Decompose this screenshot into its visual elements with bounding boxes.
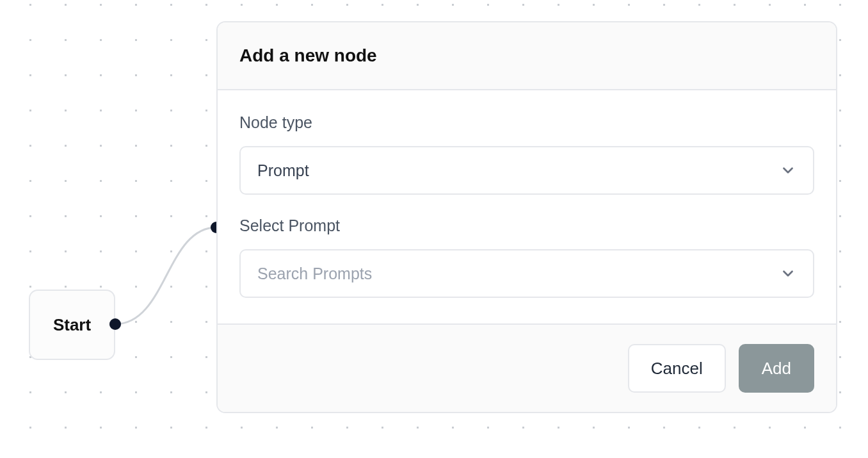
start-node[interactable]: Start xyxy=(29,290,115,360)
node-type-select[interactable]: Prompt xyxy=(239,146,814,195)
node-type-value: Prompt xyxy=(257,161,309,180)
add-button[interactable]: Add xyxy=(739,344,814,393)
panel-body: Node type Prompt Select Prompt Search Pr… xyxy=(218,90,836,323)
start-node-label: Start xyxy=(53,315,91,335)
add-node-panel: Add a new node Node type Prompt Select P… xyxy=(216,21,837,413)
node-output-handle[interactable] xyxy=(109,318,121,330)
node-type-label: Node type xyxy=(239,113,814,132)
chevron-down-icon xyxy=(780,265,796,282)
node-type-field: Node type Prompt xyxy=(239,113,814,195)
panel-footer: Cancel Add xyxy=(218,323,836,412)
workflow-canvas[interactable]: Start Add a new node Node type Prompt Se… xyxy=(0,0,868,458)
select-prompt-label: Select Prompt xyxy=(239,217,814,235)
select-prompt-select[interactable]: Search Prompts xyxy=(239,249,814,298)
cancel-button[interactable]: Cancel xyxy=(628,344,726,393)
select-prompt-field: Select Prompt Search Prompts xyxy=(239,217,814,298)
select-prompt-placeholder: Search Prompts xyxy=(257,265,372,283)
panel-title: Add a new node xyxy=(218,22,836,90)
chevron-down-icon xyxy=(780,162,796,179)
